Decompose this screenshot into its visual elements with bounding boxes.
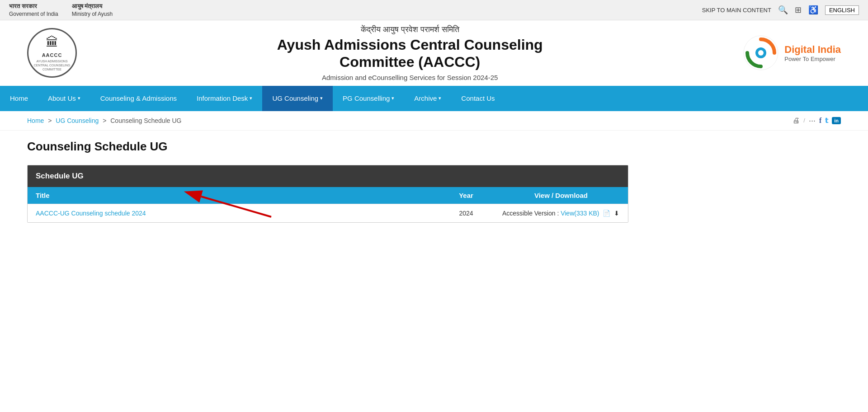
twitter-icon[interactable]: 𝕥 — [825, 117, 828, 125]
ug-counseling-arrow: ▾ — [320, 95, 323, 101]
ministry-hindi: आयुष मंत्रालय — [72, 2, 113, 10]
col-header-title: Title — [36, 192, 430, 199]
cell-document-title: AACCC-UG Counseling schedule 2024 — [36, 210, 430, 217]
table-row: AACCC-UG Counseling schedule 2024 2024 A… — [28, 204, 628, 222]
breadcrumb-home[interactable]: Home — [27, 117, 44, 124]
view-download-link[interactable]: View(333 KB) — [561, 210, 599, 217]
language-button[interactable]: ENGLISH — [825, 5, 859, 15]
ministry-english: Ministry of Ayush — [72, 10, 113, 18]
facebook-icon[interactable]: f — [819, 117, 821, 125]
header-main-title: Ayush Admissions Central Counseling Comm… — [77, 36, 743, 71]
svg-point-2 — [758, 50, 764, 56]
top-bar-actions: SKIP TO MAIN CONTENT 🔍 ⊞ ♿ ENGLISH — [702, 5, 859, 15]
schedule-table: Schedule UG Title Year View / Download A… — [27, 165, 628, 223]
logo-subtitle: AYUSH ADMISSIONSCENTRAL COUNSELINGCOMMIT… — [34, 59, 71, 71]
nav-home[interactable]: Home — [0, 86, 38, 111]
col-header-view: View / Download — [502, 192, 620, 199]
ministry-ayush: आयुष मंत्रालय Ministry of Ayush — [72, 2, 113, 18]
pdf-icon: 📄 — [603, 210, 610, 217]
separator: / — [803, 117, 805, 124]
nav-pg-counselling[interactable]: PG Counselling ▾ — [333, 86, 404, 111]
breadcrumb-sep-2: > — [103, 117, 108, 124]
annotation-area: Schedule UG Title Year View / Download A… — [27, 165, 841, 223]
nav-contact-us[interactable]: Contact Us — [451, 86, 505, 111]
header-subtitle: Admission and eCounselling Services for … — [77, 74, 743, 81]
social-share-bar: 🖨 / ⋯ f 𝕥 in — [793, 117, 841, 125]
info-desk-arrow: ▾ — [250, 95, 252, 101]
emblem-icon: 🏛 — [34, 34, 71, 51]
linkedin-icon[interactable]: in — [832, 117, 841, 124]
cell-view-download: Accessible Version : View(333 KB) 📄 ⬇ — [502, 210, 620, 217]
logo-aaccc-text: AACCC — [34, 52, 71, 58]
breadcrumb: Home > UG Counseling > Counseling Schedu… — [27, 117, 181, 124]
nav-counseling-admissions[interactable]: Counseling & Admissions — [90, 86, 187, 111]
main-content: Counseling Schedule UG Schedule UG Title… — [0, 131, 868, 241]
breadcrumb-ug[interactable]: UG Counseling — [56, 117, 99, 124]
table-section-header: Schedule UG — [28, 165, 628, 187]
sitemap-icon[interactable]: ⊞ — [795, 5, 802, 15]
print-icon[interactable]: 🖨 — [793, 117, 800, 125]
gov-india-english: Government of India — [9, 10, 58, 18]
nav-information-desk[interactable]: Information Desk ▾ — [187, 86, 262, 111]
digital-india-logo: Digital India Power To Empower — [743, 35, 841, 71]
archive-arrow: ▾ — [439, 95, 441, 101]
page-title: Counseling Schedule UG — [27, 140, 841, 154]
accessibility-icon[interactable]: ♿ — [808, 5, 818, 15]
header-center: केंद्रीय आयुष प्रवेश परामर्श समिति Ayush… — [77, 25, 743, 81]
gov-info: भारत सरकार Government of India आयुष मंत्… — [9, 2, 113, 18]
gov-india-hindi: भारत सरकार — [9, 2, 58, 10]
main-navbar: Home About Us ▾ Counseling & Admissions … — [0, 86, 868, 111]
breadcrumb-current: Counseling Schedule UG — [110, 117, 181, 124]
skip-to-main-link[interactable]: SKIP TO MAIN CONTENT — [702, 7, 771, 14]
document-link[interactable]: AACCC-UG Counseling schedule 2024 — [36, 210, 146, 217]
cell-year: 2024 — [430, 210, 502, 217]
breadcrumb-bar: Home > UG Counseling > Counseling Schedu… — [0, 111, 868, 131]
gov-india: भारत सरकार Government of India — [9, 2, 58, 18]
nav-about-us[interactable]: About Us ▾ — [38, 86, 90, 111]
svg-point-3 — [760, 47, 762, 49]
pg-counselling-arrow: ▾ — [392, 95, 394, 101]
header-right: Digital India Power To Empower — [743, 35, 841, 71]
nav-archive[interactable]: Archive ▾ — [404, 86, 451, 111]
share-icon[interactable]: ⋯ — [809, 117, 816, 125]
digital-india-text: Digital India Power To Empower — [784, 44, 841, 62]
table-column-headers: Title Year View / Download — [28, 187, 628, 204]
accessible-version-label: Accessible Version : — [502, 210, 561, 217]
top-bar: भारत सरकार Government of India आयुष मंत्… — [0, 0, 868, 20]
site-header: 🏛 AACCC AYUSH ADMISSIONSCENTRAL COUNSELI… — [0, 20, 868, 86]
breadcrumb-sep-1: > — [48, 117, 53, 124]
download-icon[interactable]: ⬇ — [614, 210, 619, 217]
about-us-arrow: ▾ — [78, 95, 80, 101]
search-icon[interactable]: 🔍 — [778, 5, 788, 15]
digital-india-icon — [743, 35, 779, 71]
nav-ug-counseling[interactable]: UG Counseling ▾ — [262, 86, 333, 111]
col-header-year: Year — [430, 192, 502, 199]
aaccc-logo: 🏛 AACCC AYUSH ADMISSIONSCENTRAL COUNSELI… — [27, 28, 77, 78]
header-hindi-title: केंद्रीय आयुष प्रवेश परामर्श समिति — [77, 25, 743, 34]
